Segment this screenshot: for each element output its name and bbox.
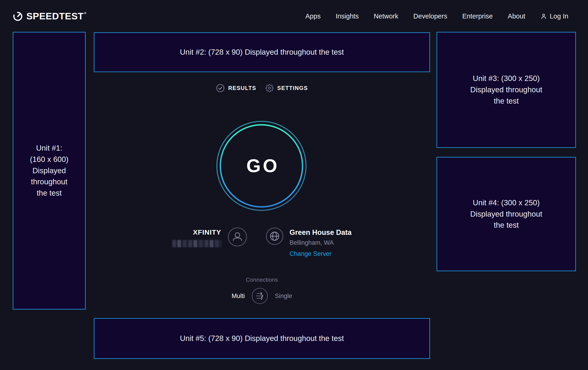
login-label: Log In xyxy=(550,12,568,20)
ad-unit-1: Unit #1: (160 x 600) Displayed throughou… xyxy=(13,32,86,310)
user-icon xyxy=(540,13,547,20)
ad-unit-2: Unit #2: (728 x 90) Displayed throughout… xyxy=(94,32,430,72)
isp-block: XFINITY xyxy=(172,228,221,247)
nav-item-about[interactable]: About xyxy=(508,12,525,20)
mode-option-single[interactable]: Single xyxy=(275,292,292,300)
connections-toggle-icon[interactable] xyxy=(251,287,268,304)
nav-item-insights[interactable]: Insights xyxy=(336,12,359,20)
server-globe-icon xyxy=(266,227,284,245)
ad-unit-5: Unit #5: (728 x 90) Displayed throughout… xyxy=(94,318,430,359)
isp-name: XFINITY xyxy=(172,228,221,236)
tab-settings[interactable]: SETTINGS xyxy=(265,84,308,92)
ad-unit-3-text: Unit #3: (300 x 250) Displayed throughou… xyxy=(470,73,542,107)
gear-icon xyxy=(265,84,274,92)
main-nav: Apps Insights Network Developers Enterpr… xyxy=(305,12,568,20)
login-button[interactable]: Log In xyxy=(540,12,568,20)
ad-unit-4-text: Unit #4: (300 x 250) Displayed throughou… xyxy=(470,197,542,231)
server-location: Bellingham, WA xyxy=(290,239,352,246)
ad-unit-2-text: Unit #2: (728 x 90) Displayed throughout… xyxy=(180,47,344,58)
go-button-label: GO xyxy=(216,121,307,211)
ad-unit-3: Unit #3: (300 x 250) Displayed throughou… xyxy=(437,32,576,148)
isp-ip-redacted xyxy=(172,240,221,247)
tab-results[interactable]: RESULTS xyxy=(216,84,256,92)
change-server-link[interactable]: Change Server xyxy=(290,250,332,257)
mode-option-multi[interactable]: Multi xyxy=(232,292,245,300)
connection-info-row: XFINITY Green House Data Bellingham, WA … xyxy=(71,227,453,257)
nav-item-developers[interactable]: Developers xyxy=(413,12,447,20)
ad-unit-1-text: Unit #1: (160 x 600) Displayed throughou… xyxy=(30,142,69,199)
isp-user-icon xyxy=(228,227,247,247)
check-circle-icon xyxy=(216,84,225,92)
brand-wordmark: SPEEDTEST® xyxy=(26,11,86,22)
top-nav-bar: SPEEDTEST® Apps Insights Network Develop… xyxy=(0,0,588,32)
tab-settings-label: SETTINGS xyxy=(277,85,308,91)
speedtest-logo[interactable]: SPEEDTEST® xyxy=(13,11,86,22)
speedometer-gauge-icon xyxy=(13,11,23,21)
connections-mode-row: Multi Single xyxy=(94,287,430,304)
server-block: Green House Data Bellingham, WA Change S… xyxy=(290,228,352,257)
nav-item-apps[interactable]: Apps xyxy=(305,12,321,20)
speedtest-page: SPEEDTEST® Apps Insights Network Develop… xyxy=(0,0,588,370)
trademark-symbol: ® xyxy=(84,11,86,22)
nav-item-enterprise[interactable]: Enterprise xyxy=(462,12,493,20)
connections-label: Connections xyxy=(94,277,430,283)
go-button[interactable]: GO xyxy=(216,121,307,211)
server-name: Green House Data xyxy=(290,228,352,237)
tab-results-label: RESULTS xyxy=(228,85,256,91)
ad-unit-5-text: Unit #5: (728 x 90) Displayed throughout… xyxy=(180,333,344,344)
nav-item-network[interactable]: Network xyxy=(374,12,398,20)
ad-unit-4: Unit #4: (300 x 250) Displayed throughou… xyxy=(437,157,576,271)
tab-bar: RESULTS SETTINGS xyxy=(94,84,430,92)
